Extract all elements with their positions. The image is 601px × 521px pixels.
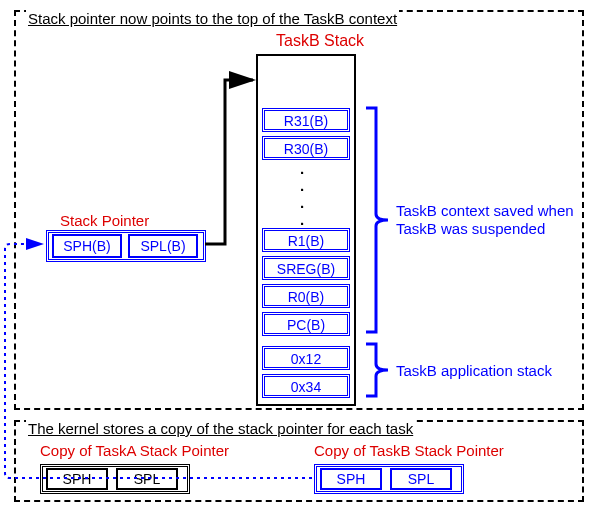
stack-cell-pc: PC(B)	[262, 312, 350, 336]
stack-cell-0x12: 0x12	[262, 346, 350, 370]
stack-cell-r0: R0(B)	[262, 284, 350, 308]
stack-cell-r31: R31(B)	[262, 108, 350, 132]
stack-pointer-label: Stack Pointer	[60, 212, 149, 229]
context-title: Stack pointer now points to the top of t…	[26, 10, 399, 27]
stack-cell-sreg: SREG(B)	[262, 256, 350, 280]
bracket-app-icon	[364, 342, 390, 398]
taskb-stack-label: TaskB Stack	[276, 32, 364, 50]
sph-cell: SPH(B)	[52, 234, 122, 258]
copy-a-sph: SPH	[46, 468, 108, 490]
copy-a-label: Copy of TaskA Stack Pointer	[40, 442, 229, 459]
stack-cell-0x34: 0x34	[262, 374, 350, 398]
stack-dots: ····	[300, 164, 312, 232]
copy-b-label: Copy of TaskB Stack Pointer	[314, 442, 504, 459]
copy-b-spl: SPL	[390, 468, 452, 490]
stack-cell-r30: R30(B)	[262, 136, 350, 160]
bracket-context-icon	[364, 106, 390, 334]
copy-b-sph: SPH	[320, 468, 382, 490]
annot-context-2: TaskB was suspended	[396, 220, 545, 237]
spl-cell: SPL(B)	[128, 234, 198, 258]
annot-context-1: TaskB context saved when	[396, 202, 574, 219]
annot-app: TaskB application stack	[396, 362, 552, 379]
kernel-title: The kernel stores a copy of the stack po…	[26, 420, 415, 437]
context-box: Stack pointer now points to the top of t…	[14, 10, 584, 410]
stack-cell-r1: R1(B)	[262, 228, 350, 252]
copy-a-spl: SPL	[116, 468, 178, 490]
kernel-box: The kernel stores a copy of the stack po…	[14, 420, 584, 502]
